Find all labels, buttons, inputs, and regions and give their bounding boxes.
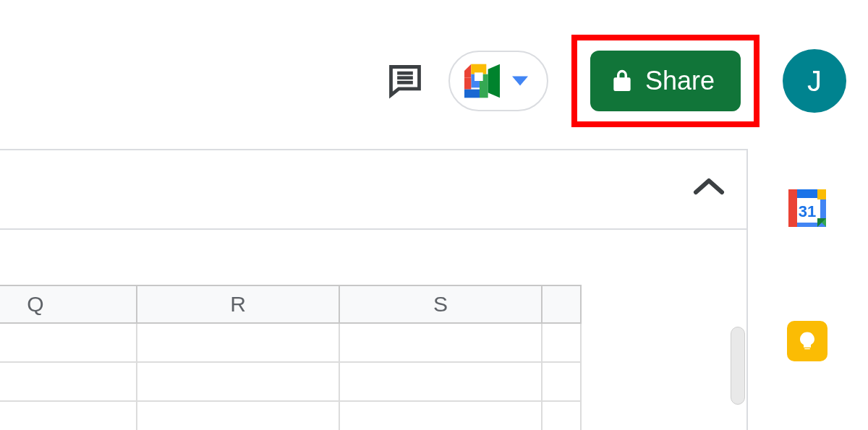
- column-header-label: S: [433, 292, 448, 317]
- column-header[interactable]: S: [340, 285, 542, 324]
- meet-icon: [464, 61, 505, 101]
- column-header[interactable]: Q: [0, 285, 137, 324]
- svg-rect-14: [788, 189, 797, 227]
- svg-rect-5: [464, 77, 471, 89]
- svg-rect-15: [817, 189, 826, 199]
- cell[interactable]: [0, 363, 137, 402]
- cell[interactable]: [340, 402, 542, 430]
- share-label: Share: [645, 66, 715, 96]
- caret-down-icon: [512, 76, 528, 86]
- collapse-formula-bar-button[interactable]: [693, 176, 725, 199]
- sidepanel-keep-button[interactable]: [786, 319, 829, 363]
- column-header-row: Q R S: [0, 285, 582, 324]
- sidepanel-separator: [746, 149, 748, 430]
- toolbar-separator: [0, 149, 746, 150]
- cell[interactable]: [542, 402, 582, 430]
- spreadsheet-grid: [0, 324, 582, 430]
- chevron-up-icon: [693, 176, 725, 197]
- column-header-label: Q: [27, 292, 43, 317]
- svg-marker-10: [512, 76, 528, 85]
- comment-icon: [386, 62, 424, 100]
- share-highlight-box: Share: [571, 35, 760, 127]
- lock-icon: [612, 69, 632, 93]
- share-button[interactable]: Share: [590, 51, 741, 111]
- table-row: [0, 324, 582, 363]
- cell[interactable]: [542, 324, 582, 363]
- cell[interactable]: [542, 363, 582, 402]
- sidepanel-calendar-button[interactable]: 31: [786, 186, 829, 230]
- meet-button[interactable]: [448, 51, 548, 111]
- column-header[interactable]: R: [137, 285, 340, 324]
- calendar-icon: 31: [787, 188, 827, 228]
- formula-bar-separator: [0, 228, 746, 230]
- column-header[interactable]: [542, 285, 582, 324]
- cell[interactable]: [137, 324, 340, 363]
- keep-icon: [787, 321, 827, 361]
- cell[interactable]: [340, 363, 542, 402]
- comments-button[interactable]: [385, 61, 425, 101]
- cell[interactable]: [137, 363, 340, 402]
- cell[interactable]: [0, 324, 137, 363]
- cell[interactable]: [340, 324, 542, 363]
- svg-marker-8: [488, 64, 500, 98]
- calendar-day-number: 31: [799, 202, 816, 220]
- svg-rect-9: [475, 72, 483, 81]
- column-header-label: R: [230, 292, 246, 317]
- table-row: [0, 402, 582, 430]
- svg-rect-6: [464, 90, 480, 98]
- vertical-scrollbar-thumb[interactable]: [731, 327, 745, 405]
- toolbar: Share J: [385, 35, 846, 127]
- cell[interactable]: [0, 402, 137, 430]
- account-avatar[interactable]: J: [783, 49, 846, 113]
- cell[interactable]: [137, 402, 340, 430]
- table-row: [0, 363, 582, 402]
- avatar-initial: J: [807, 65, 822, 98]
